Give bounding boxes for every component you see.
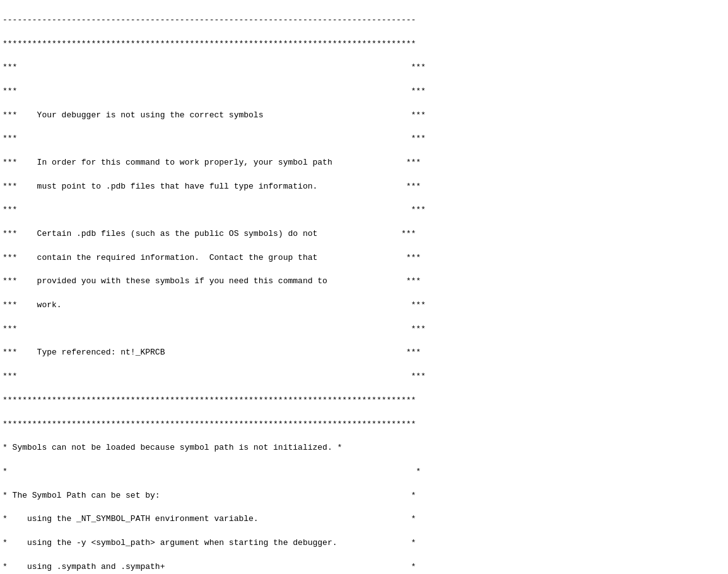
symbols1-row3: * The Symbol Path can be set by: *: [3, 491, 416, 500]
star-row-13: *** Type referenced: nt!_KPRCB ***: [3, 348, 421, 357]
debugger-output: ----------------------------------------…: [3, 3, 725, 574]
star-row-8: *** Certain .pdb files (such as the publ…: [3, 229, 416, 238]
symbols1-row1: * Symbols can not be loaded because symb…: [3, 443, 342, 452]
star-row-14: *** ***: [3, 372, 426, 381]
symbols1-row5: * using the -y <symbol_path> argument wh…: [3, 538, 416, 548]
border-line-mid1: ****************************************…: [3, 395, 416, 405]
star-row-6: *** must point to .pdb files that have f…: [3, 182, 421, 191]
symbols1-row2: * *: [3, 467, 421, 476]
star-row-7: *** ***: [3, 205, 426, 214]
top-separator: ----------------------------------------…: [3, 15, 416, 25]
border-line-mid2: ****************************************…: [3, 419, 416, 429]
star-row-5: *** In order for this command to work pr…: [3, 158, 421, 167]
star-row-12: *** ***: [3, 324, 426, 334]
border-line-top: ****************************************…: [3, 39, 416, 49]
star-row-1: *** ***: [3, 62, 426, 72]
star-row-9: *** contain the required information. Co…: [3, 253, 421, 262]
star-row-10: *** provided you with these symbols if y…: [3, 276, 421, 286]
star-row-2: *** ***: [3, 86, 426, 96]
star-row-3: *** Your debugger is not using the corre…: [3, 110, 426, 120]
symbols1-row6: * using .sympath and .sympath+ *: [3, 562, 416, 571]
star-row-4: *** ***: [3, 134, 426, 143]
symbols1-row4: * using the _NT_SYMBOL_PATH environment …: [3, 514, 416, 524]
star-row-11: *** work. ***: [3, 300, 426, 310]
